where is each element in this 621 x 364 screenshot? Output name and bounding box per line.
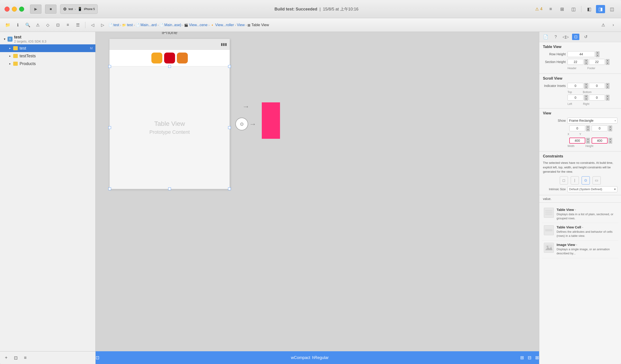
sidebar-item-products[interactable]: ▸ Products [0, 60, 95, 67]
handle-top-right[interactable] [228, 65, 231, 68]
width-down[interactable]: ▼ [586, 141, 590, 144]
row-height-down[interactable]: ▼ [596, 54, 599, 57]
width-up[interactable]: ▲ [586, 138, 590, 141]
indicator-left-input[interactable] [568, 95, 584, 100]
breadcrumb-item-6[interactable]: View...roller [215, 23, 234, 27]
rp-icon-refresh[interactable]: ↺ [582, 34, 589, 40]
indicator-bottom-up[interactable]: ▲ [606, 83, 609, 86]
navigator-toggle-btn[interactable]: ◧ [585, 5, 594, 13]
info-icon[interactable]: ℹ [14, 22, 22, 28]
x-down[interactable]: ▼ [586, 129, 590, 131]
minimize-button[interactable] [12, 7, 17, 12]
search-icon[interactable]: 🔍 [24, 22, 32, 28]
indicator-right-down[interactable]: ▼ [606, 98, 609, 100]
rp-icon-help[interactable]: ? [552, 34, 559, 40]
filter-btn[interactable]: ⊡ [12, 354, 19, 361]
warning-nav-icon[interactable]: ⚠ [34, 22, 42, 28]
add-btn[interactable]: + [3, 354, 10, 361]
breadcrumb-item-3[interactable]: Main...ard [140, 23, 157, 27]
canvas-btn-fit[interactable]: ⊟ [528, 355, 532, 360]
run-button[interactable]: ▶ [30, 4, 41, 14]
indicator-right-up[interactable]: ▲ [606, 95, 609, 98]
x-up[interactable]: ▲ [586, 126, 590, 128]
handle-bot-mid[interactable] [168, 187, 171, 190]
rp-icon-nav[interactable]: ◁▷ [562, 34, 569, 40]
alert-nav-btn[interactable]: ⚠ [599, 22, 607, 28]
constraint-icon-1[interactable]: ◻ [560, 176, 568, 184]
canvas-btn-1[interactable]: ⊡ [96, 355, 100, 360]
indicator-top-up[interactable]: ▲ [584, 83, 588, 86]
indicator-right-input[interactable] [589, 95, 605, 100]
constraint-icon-4[interactable]: ▭ [593, 176, 601, 184]
handle-mid-right[interactable] [228, 126, 231, 129]
nav-back-btn[interactable]: ◁ [88, 22, 97, 28]
intrinsic-dropdown[interactable]: Default (System Defined) ▾ [568, 186, 617, 192]
warning-badge[interactable]: ⚠ 4 [535, 7, 542, 12]
indicator-left-down[interactable]: ▼ [584, 98, 588, 100]
height-down[interactable]: ▼ [608, 141, 612, 144]
canvas-btn-zoom[interactable]: ⊞ [520, 355, 524, 360]
close-button[interactable] [4, 7, 10, 12]
breakpoints-icon[interactable]: ≡ [64, 22, 72, 28]
hierarchy-btn[interactable]: ≡ [22, 354, 29, 361]
show-dropdown[interactable]: Frame Rectangle ▾ [568, 118, 617, 124]
indicator-bottom-down[interactable]: ▼ [606, 86, 609, 89]
storyboard-canvas[interactable]: iPhone ▮▮▮ [96, 32, 539, 351]
sidebar-item-test[interactable]: ▸ test M [0, 44, 95, 52]
handle-mid-left[interactable] [108, 126, 111, 129]
maximize-button[interactable] [19, 7, 24, 12]
footer-sub-label: Footer [587, 67, 595, 70]
breadcrumb-item-2[interactable]: test [127, 23, 133, 27]
nav-more-btn[interactable]: › [609, 22, 617, 28]
row-height-input[interactable] [568, 51, 595, 57]
breadcrumb-item-1[interactable]: test [113, 23, 119, 27]
editor-standard-btn[interactable]: ≡ [546, 5, 555, 13]
sidebar-item-testtests[interactable]: ▸ testTests [0, 52, 95, 60]
segue-connector-icon[interactable]: ⊙ [235, 118, 248, 130]
section-header-down[interactable]: ▼ [584, 62, 588, 65]
constraint-icon-3[interactable]: ⊙ [582, 176, 590, 184]
logs-icon[interactable]: ☰ [74, 22, 82, 28]
handle-bot-right[interactable] [228, 187, 231, 190]
indicator-bottom-input[interactable] [589, 83, 605, 89]
width-input[interactable] [569, 138, 585, 144]
inspector-toggle-btn[interactable]: ◨ [596, 5, 605, 13]
breadcrumb-item-current[interactable]: Table View [251, 23, 269, 27]
section-footer-up[interactable]: ▲ [606, 59, 609, 62]
rp-icon-file[interactable]: 📄 [542, 34, 549, 40]
canvas-btn-grid[interactable]: ⊠ [535, 355, 539, 360]
constraint-icon-2[interactable]: | [571, 176, 579, 184]
breadcrumb-item-4[interactable]: Main..ase) [164, 23, 181, 27]
debug-toggle-btn[interactable]: ◫ [607, 5, 617, 13]
handle-bot-left[interactable] [108, 187, 111, 190]
section-header-input[interactable] [568, 59, 584, 65]
handle-top-mid[interactable] [168, 65, 171, 68]
handle-top-left[interactable] [108, 65, 111, 68]
y-up[interactable]: ▲ [608, 126, 612, 128]
debug-nav-icon[interactable]: ⊡ [54, 22, 62, 28]
editor-version-btn[interactable]: ◫ [569, 5, 578, 13]
section-footer-down[interactable]: ▼ [606, 62, 609, 65]
height-input[interactable] [592, 138, 607, 144]
breadcrumb-item-5[interactable]: View...cene [189, 23, 207, 27]
editor-assistant-btn[interactable]: ⊞ [557, 5, 567, 13]
folder-icon[interactable]: 📁 [4, 22, 12, 28]
y-input[interactable] [592, 125, 607, 131]
indicator-left-up[interactable]: ▲ [584, 95, 588, 98]
row-height-up[interactable]: ▲ [596, 51, 599, 54]
stop-button[interactable]: ■ [45, 4, 56, 14]
breadcrumb-item-7[interactable]: View [237, 23, 244, 27]
rp-icon-inspector[interactable]: ⊡ [572, 34, 579, 40]
height-up[interactable]: ▲ [608, 138, 612, 141]
section-header-up[interactable]: ▲ [584, 59, 588, 62]
iphone-frame[interactable]: ▮▮▮ [109, 39, 230, 189]
section-footer-input[interactable] [589, 59, 605, 65]
nav-forward-btn[interactable]: ▷ [99, 22, 107, 28]
indicator-top-input[interactable] [568, 83, 584, 89]
x-input[interactable] [569, 125, 585, 131]
scheme-selector[interactable]: ⚙ test › 📱 iPhone 5 [60, 4, 98, 14]
y-down[interactable]: ▼ [608, 129, 612, 131]
sidebar-root-item[interactable]: ▾ t test 2 targets, iOS SDK 8.3 [0, 34, 95, 44]
test-icon[interactable]: ◇ [44, 22, 52, 28]
indicator-top-down[interactable]: ▼ [584, 86, 588, 89]
